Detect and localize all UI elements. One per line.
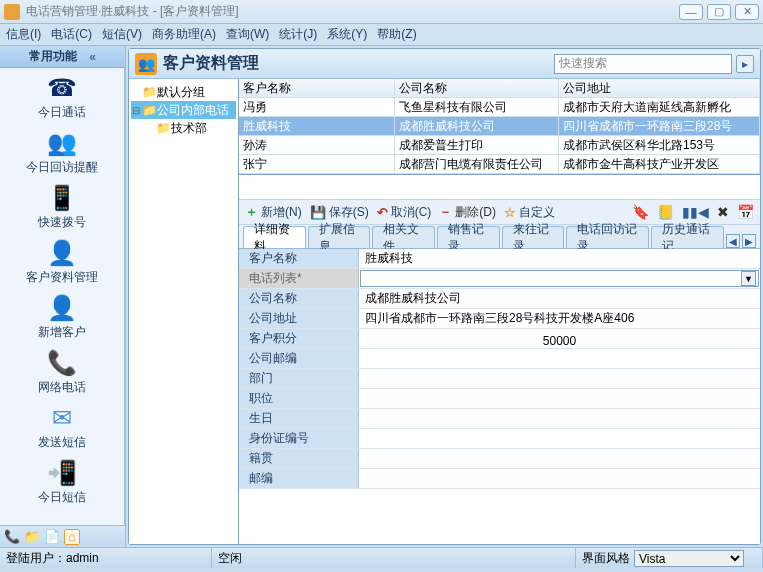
detail-value[interactable]: 50000 bbox=[359, 329, 760, 348]
sidebar-item-label: 今日回访提醒 bbox=[26, 159, 98, 176]
star-icon: ☆ bbox=[504, 205, 516, 220]
add-button[interactable]: ＋新增(N) bbox=[245, 203, 302, 221]
sidebar-header[interactable]: 常用功能 « bbox=[0, 46, 125, 68]
status-user-value: admin bbox=[66, 551, 99, 565]
sidebar-item-4[interactable]: 👤新增客户 bbox=[0, 294, 124, 341]
chevron-down-icon: ▼ bbox=[741, 271, 756, 286]
menu-query[interactable]: 查询(W) bbox=[226, 26, 269, 43]
detail-value[interactable] bbox=[359, 369, 760, 388]
table-row[interactable]: 冯勇飞鱼星科技有限公司成都市天府大道南延线高新孵化 bbox=[239, 98, 760, 117]
detail-value[interactable] bbox=[359, 389, 760, 408]
menu-system[interactable]: 系统(Y) bbox=[327, 26, 367, 43]
sidebar-item-6[interactable]: ✉发送短信 bbox=[0, 404, 124, 451]
detail-form: 客户名称胜威科技电话列表*▼公司名称成都胜威科技公司公司地址四川省成都市一环路南… bbox=[239, 249, 760, 544]
custom-button[interactable]: ☆自定义 bbox=[504, 204, 555, 221]
sidebar-item-1[interactable]: 👥今日回访提醒 bbox=[0, 129, 124, 176]
grid-header-cell[interactable]: 公司地址 bbox=[559, 79, 760, 97]
menu-phone[interactable]: 电话(C) bbox=[51, 26, 92, 43]
maximize-button[interactable]: ▢ bbox=[707, 4, 731, 20]
search-go-button[interactable]: ▸ bbox=[736, 55, 754, 73]
tree-item-2[interactable]: 📁技术部 bbox=[131, 119, 236, 137]
tab-3[interactable]: 销售记录 bbox=[437, 226, 500, 248]
detail-row-1: 电话列表*▼ bbox=[239, 269, 760, 289]
delete-icon[interactable]: ✖ bbox=[717, 204, 729, 220]
detail-value[interactable]: 四川省成都市一环路南三段28号科技开发楼A座406 bbox=[359, 309, 760, 328]
sidebar-item-label: 网络电话 bbox=[38, 379, 86, 396]
tag-icon[interactable]: 🔖 bbox=[632, 204, 649, 220]
tree-item-1[interactable]: ⊟📁公司内部电话 bbox=[131, 101, 236, 119]
detail-value[interactable]: 成都胜威科技公司 bbox=[359, 289, 760, 308]
calendar-icon[interactable]: 📅 bbox=[737, 204, 754, 220]
detail-value[interactable]: 胜威科技 bbox=[359, 249, 760, 268]
table-row[interactable]: 胜威科技成都胜威科技公司四川省成都市一环路南三段28号 bbox=[239, 117, 760, 136]
save-button[interactable]: 💾保存(S) bbox=[310, 204, 369, 221]
detail-label: 部门 bbox=[239, 369, 359, 388]
sidebar-item-3[interactable]: 👤客户资料管理 bbox=[0, 239, 124, 286]
detail-label: 身份证编号 bbox=[239, 429, 359, 448]
page-title: 客户资料管理 bbox=[163, 53, 554, 74]
detail-row-0: 客户名称胜威科技 bbox=[239, 249, 760, 269]
tab-5[interactable]: 电话回访记录 bbox=[566, 226, 649, 248]
sidebar-item-7[interactable]: 📲今日短信 bbox=[0, 459, 124, 506]
grid-header-cell[interactable]: 公司名称 bbox=[395, 79, 559, 97]
statusbar: 登陆用户： admin 空闲 界面风格 Vista bbox=[0, 547, 763, 568]
footer-home-icon[interactable]: ⌂ bbox=[64, 529, 80, 545]
detail-value[interactable] bbox=[359, 409, 760, 428]
sidebar-item-label: 新增客户 bbox=[38, 324, 86, 341]
menu-help[interactable]: 帮助(Z) bbox=[377, 26, 416, 43]
tab-1[interactable]: 扩展信息 bbox=[308, 226, 371, 248]
grid-header-cell[interactable]: 客户名称 bbox=[239, 79, 395, 97]
detail-label: 客户名称 bbox=[239, 249, 359, 268]
sidebar-item-icon: 📞 bbox=[46, 349, 78, 377]
status-idle: 空闲 bbox=[212, 548, 576, 568]
detail-row-9: 身份证编号 bbox=[239, 429, 760, 449]
sidebar-items: ☎今日通话👥今日回访提醒📱快速拨号👤客户资料管理👤新增客户📞网络电话✉发送短信📲… bbox=[0, 68, 125, 525]
sidebar: 常用功能 « ☎今日通话👥今日回访提醒📱快速拨号👤客户资料管理👤新增客户📞网络电… bbox=[0, 46, 126, 547]
phone-list-dropdown[interactable]: ▼ bbox=[360, 270, 759, 287]
tab-6[interactable]: 历史通话记 bbox=[651, 226, 724, 248]
tab-2[interactable]: 相关文件 bbox=[372, 226, 435, 248]
tree-expander-icon[interactable]: ⊟ bbox=[131, 105, 141, 116]
grid-header: 客户名称公司名称公司地址 bbox=[239, 79, 760, 98]
menu-info[interactable]: 信息(I) bbox=[6, 26, 41, 43]
titlebar: 电话营销管理·胜威科技 - [客户资料管理] — ▢ ✕ bbox=[0, 0, 763, 24]
footer-folder-icon[interactable]: 📁 bbox=[24, 529, 40, 545]
grid-cell: 张宁 bbox=[239, 155, 395, 173]
footer-doc-icon[interactable]: 📄 bbox=[44, 529, 60, 545]
sidebar-item-label: 今日短信 bbox=[38, 489, 86, 506]
tab-prev-button[interactable]: ◀ bbox=[726, 234, 740, 248]
grid-cell: 四川省成都市一环路南三段28号 bbox=[559, 117, 760, 135]
detail-label: 公司名称 bbox=[239, 289, 359, 308]
detail-label: 籍贯 bbox=[239, 449, 359, 468]
tab-0[interactable]: 详细资料 bbox=[243, 226, 306, 248]
undo-button[interactable]: ↶取消(C) bbox=[377, 204, 432, 221]
delete-button[interactable]: －删除(D) bbox=[439, 203, 496, 221]
close-button[interactable]: ✕ bbox=[735, 4, 759, 20]
toolbar-right-icons: 🔖 📒 ▮▮◀ ✖ 📅 bbox=[632, 204, 754, 220]
search-input[interactable] bbox=[554, 54, 732, 74]
book-icon[interactable]: 📒 bbox=[657, 204, 674, 220]
sidebar-item-label: 发送短信 bbox=[38, 434, 86, 451]
tree-item-0[interactable]: 📁默认分组 bbox=[131, 83, 236, 101]
footer-phone-icon[interactable]: 📞 bbox=[4, 529, 20, 545]
body-split: 📁默认分组⊟📁公司内部电话 📁技术部 客户名称公司名称公司地址冯勇飞鱼星科技有限… bbox=[129, 79, 760, 544]
sidebar-item-5[interactable]: 📞网络电话 bbox=[0, 349, 124, 396]
sidebar-item-0[interactable]: ☎今日通话 bbox=[0, 74, 124, 121]
sidebar-item-2[interactable]: 📱快速拨号 bbox=[0, 184, 124, 231]
detail-row-11: 邮编 bbox=[239, 469, 760, 489]
detail-value[interactable] bbox=[359, 469, 760, 488]
table-row[interactable]: 张宁成都营门电缆有限责任公司成都市金牛高科技产业开发区 bbox=[239, 155, 760, 174]
pause-icon[interactable]: ▮▮◀ bbox=[682, 204, 709, 220]
detail-value[interactable] bbox=[359, 349, 760, 368]
table-row[interactable]: 孙涛成都爱普生打印成都市武侯区科华北路153号 bbox=[239, 136, 760, 155]
sidebar-item-icon: 👤 bbox=[46, 239, 78, 267]
menu-stats[interactable]: 统计(J) bbox=[279, 26, 317, 43]
tab-4[interactable]: 来往记录 bbox=[502, 226, 565, 248]
menu-sms[interactable]: 短信(V) bbox=[102, 26, 142, 43]
detail-value[interactable] bbox=[359, 429, 760, 448]
minimize-button[interactable]: — bbox=[679, 4, 703, 20]
detail-value[interactable] bbox=[359, 449, 760, 468]
status-style-select[interactable]: Vista bbox=[634, 550, 744, 567]
menu-assistant[interactable]: 商务助理(A) bbox=[152, 26, 216, 43]
tab-next-button[interactable]: ▶ bbox=[742, 234, 756, 248]
